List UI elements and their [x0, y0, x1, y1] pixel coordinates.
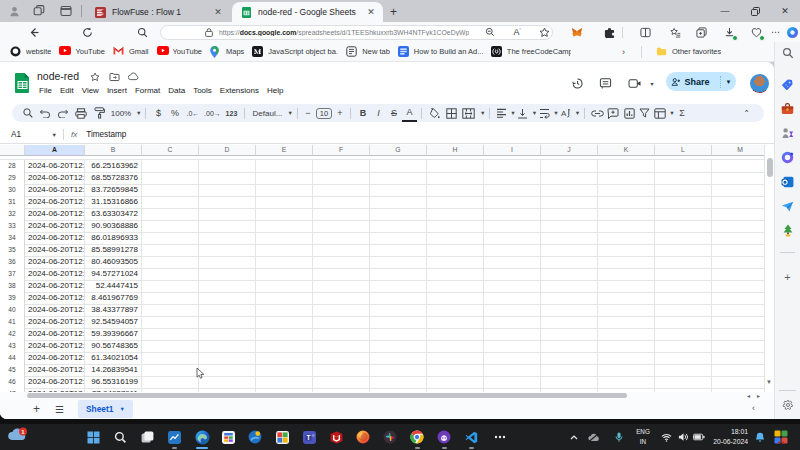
menu-insert[interactable]: Insert	[103, 84, 131, 97]
sidebar-outlook-icon[interactable]	[781, 175, 795, 189]
star-icon[interactable]	[89, 71, 100, 82]
hidden-icons-chevron[interactable]	[567, 430, 581, 444]
dropdown-caret-icon[interactable]: ▼	[136, 110, 141, 116]
version-history-icon[interactable]	[569, 75, 585, 91]
toolbar-more-formats-icon[interactable]: 123	[222, 104, 240, 122]
grid-body[interactable]: 282024-06-20T12:266.25163962292024-06-20…	[0, 160, 764, 392]
taskbar-purple-app-icon[interactable]	[436, 429, 452, 445]
taskbar-store-icon[interactable]	[220, 429, 236, 445]
toolbar-print-icon[interactable]	[72, 104, 90, 122]
browser-profile-icon[interactable]	[6, 3, 22, 19]
language-indicator[interactable]: ENGIN	[632, 427, 654, 446]
menu-tools[interactable]: Tools	[189, 84, 216, 97]
taskbar-firefox-icon[interactable]	[355, 429, 371, 445]
font-select[interactable]: Defaul...	[249, 104, 285, 122]
scroll-down-arrow-icon[interactable]: ▼	[766, 379, 772, 385]
tab-actions-icon[interactable]	[58, 3, 74, 19]
toolbar-bold-icon[interactable]: B	[355, 104, 371, 122]
bookmark-maps[interactable]: Maps	[210, 46, 244, 57]
menu-file[interactable]: File	[35, 84, 56, 97]
menu-extensions[interactable]: Extensions	[216, 84, 263, 97]
notification-bell-icon[interactable]	[753, 430, 767, 444]
decrease-font-size[interactable]: −	[302, 104, 314, 122]
vertical-scrollbar[interactable]: ▼	[764, 145, 774, 392]
sidebar-m365-icon[interactable]	[781, 150, 795, 164]
video-call-icon[interactable]	[627, 75, 643, 91]
toolbar-fill-color-icon[interactable]	[426, 104, 443, 122]
cloud-saved-icon[interactable]	[128, 71, 139, 82]
taskbar-chrome-icon[interactable]	[409, 429, 425, 445]
bookmark-gmail[interactable]: Gmail	[113, 46, 149, 57]
account-avatar[interactable]	[750, 74, 769, 93]
toolbar-search-icon[interactable]	[20, 104, 36, 122]
side-panel-collapse-icon[interactable]: ‹	[752, 403, 755, 413]
taskbar-help-icon[interactable]	[247, 429, 263, 445]
toolbar-increase-decimal-icon[interactable]: .00→	[202, 104, 222, 122]
taskbar-app-blue-icon[interactable]	[166, 429, 182, 445]
zoom-out-icon[interactable]	[483, 25, 497, 39]
horizontal-scrollbar-thumb[interactable]	[27, 393, 627, 398]
taskbar-slack-icon[interactable]	[382, 429, 398, 445]
menu-help[interactable]: Help	[263, 84, 287, 97]
favorite-star-icon[interactable]	[537, 25, 551, 39]
dropdown-caret-icon[interactable]: ▼	[575, 110, 580, 116]
column-header-e[interactable]: E	[256, 145, 313, 156]
menu-view[interactable]: View	[78, 84, 103, 97]
toolbar-currency-icon[interactable]: $	[150, 104, 166, 122]
taskbar-vscode-icon[interactable]	[463, 429, 479, 445]
toolbar-strikethrough-icon[interactable]: S	[386, 104, 402, 122]
bookmark-the-freecodecamp-[interactable]: The freeCodeCamp...	[491, 46, 571, 57]
sidebar-drop-icon[interactable]	[781, 199, 795, 213]
sidebar-tools-icon[interactable]	[781, 102, 795, 116]
comment-history-icon[interactable]	[597, 75, 613, 91]
taskbar-edge-icon[interactable]	[194, 429, 210, 445]
tab-flowfuse[interactable]: FlowFuse : Flow 1 ✕	[86, 2, 230, 22]
vertical-scrollbar-thumb[interactable]	[767, 158, 773, 177]
settings-more-icon[interactable]: ⋯	[769, 25, 783, 39]
taskbar-task-view-icon[interactable]	[139, 429, 155, 445]
bookmark-how-to-build-an-ad-[interactable]: How to Build an Ad...	[398, 46, 483, 57]
bookmark-website[interactable]: website	[10, 46, 51, 57]
sidebar-settings-gear-icon[interactable]	[781, 398, 795, 412]
column-header-b[interactable]: B	[85, 145, 142, 156]
back-icon[interactable]	[26, 25, 40, 39]
grid-corner[interactable]	[0, 145, 25, 156]
spreadsheet-grid[interactable]: ABCDEFGHIJKLM 282024-06-20T12:266.251639…	[0, 145, 764, 392]
taskbar-office-icon[interactable]	[274, 429, 290, 445]
formula-content[interactable]: Timestamp	[86, 130, 126, 139]
share-caret-icon[interactable]: ▼	[720, 76, 732, 88]
downloads-icon[interactable]	[722, 25, 736, 39]
taskbar-clock[interactable]: 18:0120-06-2024	[702, 427, 748, 447]
toolbar-percent-icon[interactable]: %	[166, 104, 183, 122]
video-call-caret-icon[interactable]: ▾	[644, 75, 660, 91]
window-close-button[interactable]: ✕	[770, 0, 800, 22]
column-header-f[interactable]: F	[313, 145, 370, 156]
widgets-colorful-icon[interactable]	[773, 429, 789, 445]
wifi-icon[interactable]	[659, 430, 673, 444]
taskbar-mcafee-icon[interactable]	[328, 429, 344, 445]
column-header-h[interactable]: H	[427, 145, 484, 156]
toolbar-table-views-icon[interactable]	[652, 104, 667, 122]
dropdown-caret-icon[interactable]: ▼	[480, 110, 485, 116]
column-header-a[interactable]: A	[25, 145, 85, 156]
tab-close-icon[interactable]: ✕	[211, 5, 225, 19]
workspaces-icon[interactable]	[31, 3, 47, 19]
scroll-right-arrow-icon[interactable]: ▸	[757, 392, 760, 399]
search-icon[interactable]	[135, 25, 149, 39]
sheet-tab-caret-icon[interactable]: ▼	[119, 406, 124, 412]
taskbar-start-icon[interactable]	[85, 429, 101, 445]
increase-font-size[interactable]: +	[334, 104, 346, 122]
window-restore-button[interactable]	[740, 0, 770, 22]
toolbar-text-rotate-icon[interactable]: A	[559, 104, 573, 122]
bookmarks-overflow-icon[interactable]: ›	[622, 47, 625, 57]
sidebar-shopping-icon[interactable]	[781, 78, 795, 92]
column-header-m[interactable]: M	[712, 145, 764, 156]
new-tab-button[interactable]: +	[386, 4, 401, 19]
share-button[interactable]: Share ▼	[666, 72, 736, 91]
cell-name-box[interactable]: A1 ▼	[11, 130, 57, 139]
sidebar-games-icon[interactable]	[781, 126, 795, 140]
collapse-toolbar-icon[interactable]: ⌃	[743, 109, 750, 118]
toolbar-v-align-icon[interactable]	[516, 104, 530, 122]
taskbar-teams-icon[interactable]: T	[301, 429, 317, 445]
toolbar-link-icon[interactable]	[589, 104, 605, 122]
